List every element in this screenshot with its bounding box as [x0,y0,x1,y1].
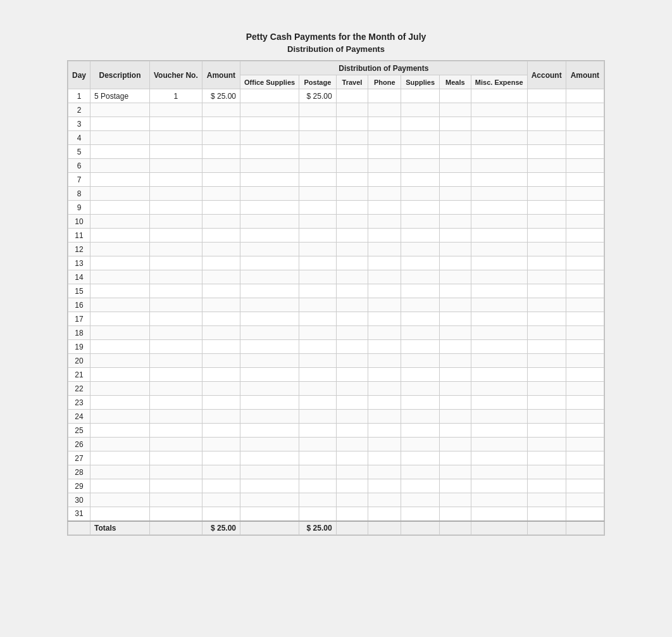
cell-postage [299,187,336,201]
cell-voucher [149,354,202,368]
cell-meals [439,368,471,382]
cell-amount [202,284,240,298]
cell-travel [336,396,368,410]
cell-meals [439,243,471,256]
cell-voucher [149,117,202,131]
cell-postage [299,243,336,256]
cell-description [90,368,150,382]
cell-account [527,117,566,131]
cell-description [90,117,150,131]
cell-meals [439,465,471,479]
cell-misc [471,368,527,382]
cell-account [527,507,566,521]
cell-meals [439,396,471,410]
cell-amount [202,173,240,187]
cell-description [90,493,150,507]
cell-misc [471,187,527,201]
cell-misc [471,117,527,131]
table-row: 15 [68,284,604,298]
cell-description [90,354,150,368]
cell-phone [368,438,401,451]
cell-amount-last [566,173,604,187]
total-acct [527,521,566,535]
cell-account [527,465,566,479]
cell-office [240,312,299,326]
table-row: 3 [68,117,604,131]
cell-amount-last [566,451,604,465]
cell-office [240,326,299,340]
cell-supplies [401,438,440,451]
cell-account [527,298,566,312]
cell-supplies [401,103,440,117]
cell-meals [439,451,471,465]
cell-supplies [401,159,440,173]
cell-voucher [149,326,202,340]
col-header-travel: Travel [336,75,368,89]
cell-phone [368,410,401,424]
cell-travel [336,382,368,396]
cell-meals [439,298,471,312]
cell-amount [202,256,240,270]
cell-account [527,215,566,229]
cell-office [240,479,299,493]
cell-amount: $ 25.00 [202,89,240,103]
cell-misc [471,284,527,298]
total-phone [368,521,401,535]
cell-misc [471,103,527,117]
cell-postage [299,215,336,229]
cell-misc [471,145,527,159]
cell-supplies [401,89,440,103]
cell-amount [202,451,240,465]
table-row: 18 [68,326,604,340]
cell-amount-last [566,201,604,215]
col-header-meals: Meals [439,75,471,89]
cell-account [527,340,566,354]
cell-amount [202,229,240,243]
cell-phone [368,284,401,298]
cell-amount-last [566,438,604,451]
cell-postage [299,270,336,284]
cell-amount [202,479,240,493]
cell-meals [439,270,471,284]
cell-office [240,298,299,312]
cell-travel [336,465,368,479]
cell-meals [439,312,471,326]
cell-day: 16 [68,298,90,312]
cell-amount [202,382,240,396]
cell-account [527,354,566,368]
cell-phone [368,256,401,270]
cell-postage [299,159,336,173]
cell-account [527,368,566,382]
cell-amount [202,410,240,424]
cell-amount-last [566,298,604,312]
cell-office [240,159,299,173]
cell-postage [299,340,336,354]
cell-office [240,243,299,256]
cell-supplies [401,312,440,326]
cell-day: 12 [68,243,90,256]
cell-description: 5 Postage [90,89,150,103]
cell-phone [368,215,401,229]
table-row: 21 [68,368,604,382]
cell-account [527,159,566,173]
cell-travel [336,340,368,354]
cell-travel [336,451,368,465]
cell-office [240,354,299,368]
cell-day: 21 [68,368,90,382]
cell-voucher [149,465,202,479]
cell-day: 15 [68,284,90,298]
col-header-amount-last: Amount [566,61,604,89]
cell-day: 31 [68,507,90,521]
cell-voucher [149,479,202,493]
page-subtitle: Distribution of Payments [287,44,385,54]
cell-meals [439,117,471,131]
cell-supplies [401,215,440,229]
cell-travel [336,243,368,256]
table-row: 8 [68,187,604,201]
cell-account [527,479,566,493]
cell-phone [368,354,401,368]
cell-supplies [401,354,440,368]
cell-misc [471,438,527,451]
cell-day: 5 [68,145,90,159]
cell-amount-last [566,479,604,493]
